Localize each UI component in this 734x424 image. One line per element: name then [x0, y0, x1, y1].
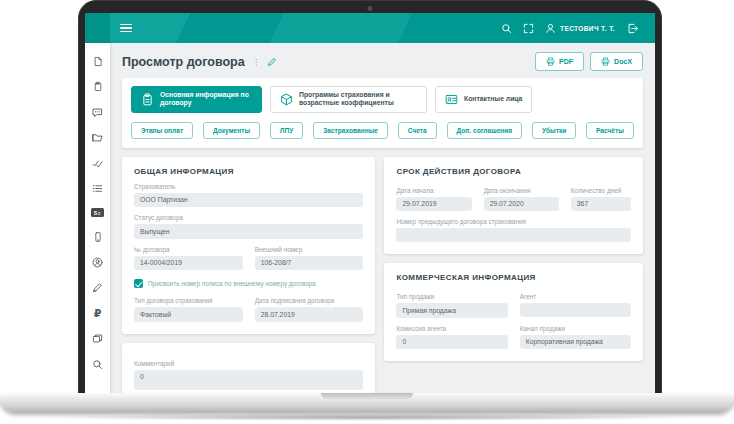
laptop-mockup: ТЕСТОВИЧ Т. Т.: [0, 0, 734, 424]
commercial-info-card: КОММЕРЧЕСКАЯ ИНФОРМАЦИЯ Тип продажи Прям…: [384, 263, 643, 361]
section-title: СРОК ДЕЙСТВИЯ ДОГОВОРА: [396, 167, 631, 176]
field-label: Страхователь: [134, 183, 363, 190]
comment-field[interactable]: 0: [134, 370, 363, 390]
folder-icon[interactable]: [92, 132, 104, 144]
sign-date-field[interactable]: 28.07.2019: [255, 307, 364, 321]
sm-badge-icon[interactable]: S≡: [91, 208, 104, 217]
laptop-base: [0, 393, 734, 412]
print-docx-button[interactable]: DocX: [590, 52, 643, 71]
insurer-field[interactable]: ООО Партизан: [134, 193, 363, 207]
clipboard-icon[interactable]: [92, 81, 104, 93]
sidebar: S≡ ₽: [85, 43, 110, 393]
contract-type-field[interactable]: Фактовый: [134, 307, 243, 321]
sale-channel-field[interactable]: Корпоративная продажа: [520, 335, 631, 349]
double-check-icon[interactable]: [92, 157, 104, 169]
agent-field[interactable]: [520, 303, 631, 317]
field-label: Дата подписания договора: [255, 297, 364, 304]
person-icon: [545, 23, 556, 34]
edit-icon[interactable]: [267, 57, 277, 67]
list-icon[interactable]: [92, 183, 104, 195]
topbar: ТЕСТОВИЧ Т. Т.: [85, 13, 655, 43]
logout-icon[interactable]: [621, 17, 643, 39]
end-date-field[interactable]: 29.07.2020: [484, 197, 559, 211]
user-menu[interactable]: ТЕСТОВИЧ Т. Т.: [545, 23, 615, 34]
document-icon[interactable]: [92, 55, 104, 67]
cube-icon: [280, 93, 293, 106]
field-label: Количество дней: [571, 187, 631, 194]
phone-icon[interactable]: [92, 231, 104, 243]
subtab-payment-stages[interactable]: Этапы оплат: [131, 122, 193, 139]
contract-status-field[interactable]: Выпущен: [134, 224, 363, 238]
field-label: Комментарий: [134, 360, 363, 367]
fullscreen-icon[interactable]: [517, 17, 539, 39]
subtab-agreements[interactable]: Доп. соглашения: [447, 122, 523, 139]
page-header: Просмотр договора ⋮ PDF DocX: [110, 43, 655, 78]
sale-type-field[interactable]: Прямая продажа: [396, 303, 507, 317]
general-info-card: ОБЩАЯ ИНФОРМАЦИЯ Страхователь ООО Партиз…: [122, 157, 375, 334]
search-icon[interactable]: [495, 17, 517, 39]
main-content: Просмотр договора ⋮ PDF DocX: [110, 43, 655, 393]
external-number-field[interactable]: 106-208/7: [255, 256, 364, 270]
agent-commission-field[interactable]: 0: [396, 335, 507, 349]
tab-contact-persons[interactable]: Контактные лица: [435, 86, 532, 113]
field-label: Внешний номер: [255, 246, 364, 253]
subtab-accounts[interactable]: Счета: [398, 122, 437, 139]
laptop-base-notch: [321, 393, 413, 400]
tab-insurance-programs[interactable]: Программы страхования и возрастные коэфф…: [270, 86, 427, 113]
search-icon[interactable]: [92, 358, 104, 370]
laptop-shadow: [40, 414, 694, 421]
ruble-icon[interactable]: ₽: [92, 307, 104, 319]
field-label: Номер предыдущего договора страхования: [396, 218, 631, 225]
comment-card: Комментарий 0: [122, 343, 375, 393]
subtab-calculations[interactable]: Расчёты: [586, 122, 634, 139]
chat-icon[interactable]: [92, 106, 104, 118]
field-label: Тип продажи: [396, 293, 507, 300]
contract-number-field[interactable]: 14-0004/2019: [134, 256, 243, 270]
print-pdf-button[interactable]: PDF: [535, 52, 584, 71]
subtab-losses[interactable]: Убытки: [532, 122, 576, 139]
tabs-card: Основная информация по договору Программ…: [122, 78, 643, 148]
copy-icon[interactable]: [92, 333, 104, 345]
printer-icon: [546, 57, 555, 66]
section-title: КОММЕРЧЕСКАЯ ИНФОРМАЦИЯ: [396, 273, 631, 282]
account-icon[interactable]: [92, 256, 104, 268]
field-label: Канал продажи: [520, 325, 631, 332]
id-card-icon: [445, 93, 458, 106]
field-label: Комиссия агента: [396, 325, 507, 332]
field-label: Дата окончания: [484, 187, 559, 194]
printer-icon: [601, 57, 610, 66]
assign-policy-number-checkbox[interactable]: Присвоить номер полиса по внешнему номер…: [134, 279, 363, 288]
contract-term-card: СРОК ДЕЙСТВИЯ ДОГОВОРА Дата начала 29.07…: [384, 157, 643, 254]
kebab-menu-icon[interactable]: ⋮: [252, 57, 261, 67]
field-label: № договора: [134, 246, 243, 253]
app-screen: ТЕСТОВИЧ Т. Т.: [85, 13, 655, 393]
checkbox-label: Присвоить номер полиса по внешнему номер…: [148, 280, 316, 287]
sidebar-header-block: [85, 13, 110, 43]
section-title: ОБЩАЯ ИНФОРМАЦИЯ: [134, 167, 363, 176]
page-title: Просмотр договора: [122, 55, 245, 69]
subtab-lpu[interactable]: ЛПУ: [270, 122, 303, 139]
form-panels: ОБЩАЯ ИНФОРМАЦИЯ Страхователь ООО Партиз…: [122, 157, 643, 393]
tab-main-info[interactable]: Основная информация по договору: [131, 86, 262, 113]
sub-tabs: Этапы оплат Документы ЛПУ Застрахованные…: [131, 122, 634, 139]
checkbox-checked-icon: [134, 279, 143, 288]
days-count-field[interactable]: 367: [571, 197, 631, 211]
field-label: Дата начала: [396, 187, 471, 194]
pen-icon[interactable]: [92, 282, 104, 294]
previous-contract-field[interactable]: [396, 228, 631, 242]
field-label: Тип договора страхования: [134, 297, 243, 304]
main-tabs: Основная информация по договору Программ…: [131, 86, 634, 113]
webcam-dot: [368, 6, 373, 11]
start-date-field[interactable]: 29.07.2019: [396, 197, 471, 211]
hamburger-menu-icon[interactable]: [120, 22, 132, 35]
subtab-insured[interactable]: Застрахованные: [313, 122, 388, 139]
field-label: Статус договора: [134, 214, 363, 221]
clipboard-icon: [141, 93, 154, 106]
subtab-documents[interactable]: Документы: [203, 122, 260, 139]
user-name: ТЕСТОВИЧ Т. Т.: [560, 25, 615, 32]
field-label: Агент: [520, 293, 631, 300]
